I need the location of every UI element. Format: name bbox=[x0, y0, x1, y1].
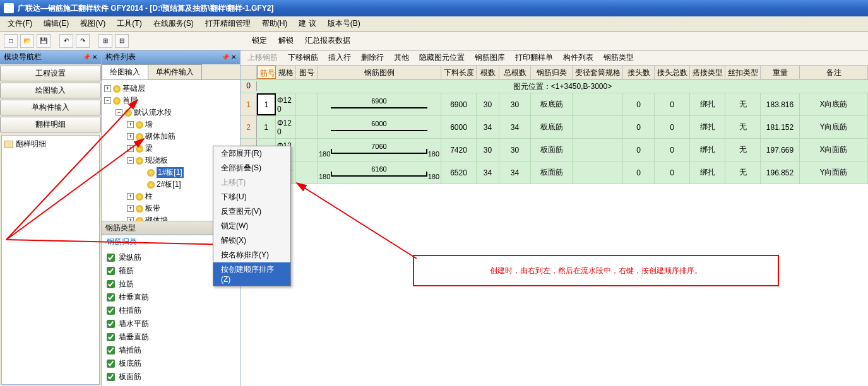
context-menu-item[interactable]: 解锁(X) bbox=[213, 233, 290, 248]
check-item[interactable]: 柱插筋 bbox=[107, 304, 235, 317]
menu-item[interactable]: 帮助(H) bbox=[257, 17, 293, 30]
tool-a-icon[interactable]: ⊞ bbox=[98, 34, 112, 48]
cell[interactable]: 无 bbox=[725, 116, 761, 138]
check-item[interactable]: 柱垂直筋 bbox=[107, 291, 235, 304]
cell[interactable]: 绑扎 bbox=[690, 116, 725, 138]
expand-icon[interactable]: + bbox=[127, 205, 134, 212]
cell[interactable]: 无 bbox=[725, 93, 761, 115]
context-menu-item[interactable]: 下移(U) bbox=[213, 190, 290, 204]
cell[interactable]: 0 bbox=[623, 93, 655, 115]
action-button[interactable]: 钢筋类型 bbox=[599, 50, 638, 65]
expand-icon[interactable]: + bbox=[127, 193, 134, 200]
column-header[interactable]: 筋号 bbox=[257, 66, 276, 79]
cell[interactable]: 无 bbox=[725, 139, 761, 161]
tab-single-input[interactable]: 单构件输入 bbox=[148, 64, 202, 79]
cell[interactable]: X向底筋 bbox=[800, 93, 868, 115]
checkbox[interactable] bbox=[107, 254, 115, 262]
cell[interactable]: 1 bbox=[257, 93, 276, 115]
cell[interactable]: 6900 bbox=[318, 93, 441, 115]
table-row[interactable]: 21Φ12 0600060003434板底筋00绑扎无181.152Y向底筋 bbox=[241, 116, 868, 139]
column-header[interactable] bbox=[241, 66, 257, 79]
cell[interactable]: 7060180180 bbox=[318, 139, 441, 161]
cell[interactable]: 197.669 bbox=[761, 139, 800, 161]
grid-body[interactable]: 0 图元位置：<1+3450,B-3000> 11Φ12 06900690030… bbox=[241, 79, 868, 386]
cell[interactable]: 196.852 bbox=[761, 161, 800, 184]
table-row[interactable]: 11Φ12 0690069003030板底筋00绑扎无183.816X向底筋 bbox=[241, 93, 868, 116]
context-menu-item[interactable]: 按创建顺序排序(Z) bbox=[213, 262, 290, 286]
tool-b-icon[interactable]: ⊟ bbox=[115, 34, 129, 48]
expand-icon[interactable]: + bbox=[127, 145, 134, 152]
cell[interactable]: Φ12 0 bbox=[276, 116, 296, 138]
collapse-icon[interactable]: − bbox=[127, 157, 134, 164]
checkbox[interactable] bbox=[107, 346, 115, 354]
context-menu-item[interactable]: 反查图元(V) bbox=[213, 204, 290, 219]
expand-icon[interactable]: + bbox=[127, 121, 134, 128]
collapse-icon[interactable]: − bbox=[116, 109, 122, 116]
cell[interactable] bbox=[296, 139, 318, 161]
action-button[interactable]: 打印翻样单 bbox=[511, 50, 557, 65]
cell[interactable] bbox=[296, 116, 318, 138]
menu-item[interactable]: 工具(T) bbox=[112, 17, 146, 30]
menu-item[interactable]: 视图(V) bbox=[75, 17, 110, 30]
cell[interactable]: 34 bbox=[499, 161, 531, 184]
tool-save-icon[interactable]: 💾 bbox=[37, 34, 51, 48]
toolbar-lock[interactable]: 锁定 bbox=[247, 33, 271, 48]
context-menu-item[interactable]: 按名称排序(Y) bbox=[213, 248, 290, 262]
checkbox[interactable] bbox=[107, 280, 115, 288]
checkbox[interactable] bbox=[107, 360, 115, 368]
cell[interactable]: 绑扎 bbox=[690, 139, 725, 161]
cell[interactable]: 183.816 bbox=[761, 93, 800, 115]
cell[interactable]: 1 bbox=[257, 116, 276, 138]
tool-new-icon[interactable]: □ bbox=[4, 34, 18, 48]
action-button[interactable]: 隐藏图元位置 bbox=[415, 50, 469, 65]
cell[interactable]: 0 bbox=[655, 116, 690, 138]
cell[interactable]: 34 bbox=[477, 161, 499, 184]
action-button[interactable]: 插入行 bbox=[324, 50, 355, 65]
check-item[interactable]: 墙垂直筋 bbox=[107, 330, 235, 344]
cell[interactable]: X向面筋 bbox=[800, 139, 868, 161]
cell[interactable]: 板面筋 bbox=[531, 139, 573, 161]
cell[interactable]: 0 bbox=[655, 161, 690, 184]
nav-button[interactable]: 单构件输入 bbox=[0, 100, 101, 115]
checkbox[interactable] bbox=[107, 320, 115, 328]
checkbox[interactable] bbox=[107, 333, 115, 341]
cell[interactable]: 0 bbox=[655, 139, 690, 161]
column-header[interactable]: 备注 bbox=[800, 66, 868, 79]
cell[interactable] bbox=[296, 161, 318, 184]
cell[interactable]: 30 bbox=[499, 93, 531, 115]
column-header[interactable]: 根数 bbox=[477, 66, 499, 79]
cell[interactable]: 0 bbox=[623, 116, 655, 138]
cell[interactable]: 7420 bbox=[441, 139, 477, 161]
context-menu[interactable]: 全部展开(R)全部折叠(S)上移(T)下移(U)反查图元(V)锁定(W)解锁(X… bbox=[213, 146, 291, 286]
cell[interactable]: 34 bbox=[477, 116, 499, 138]
action-button[interactable]: 删除行 bbox=[357, 50, 388, 65]
expand-icon[interactable]: + bbox=[127, 133, 134, 140]
cell[interactable]: 板面筋 bbox=[531, 161, 573, 184]
cell[interactable]: Y向底筋 bbox=[800, 116, 868, 138]
expand-icon[interactable]: + bbox=[104, 85, 111, 92]
tool-redo-icon[interactable]: ↷ bbox=[76, 34, 90, 48]
checkbox[interactable] bbox=[107, 293, 115, 301]
toolbar-unlock[interactable]: 解锁 bbox=[274, 33, 298, 48]
expand-icon[interactable]: + bbox=[127, 217, 134, 221]
cell[interactable]: 无 bbox=[725, 161, 761, 184]
column-header[interactable]: 接头总数 bbox=[655, 66, 690, 79]
tree-item-fanyang[interactable]: 翻样明细 bbox=[4, 138, 97, 150]
cell[interactable]: 181.152 bbox=[761, 116, 800, 138]
column-header[interactable]: 下料长度 bbox=[441, 66, 477, 79]
table-row[interactable]: 41Φ12 0616018018065203434板面筋00绑扎无196.852… bbox=[241, 161, 868, 184]
cell[interactable]: 30 bbox=[499, 139, 531, 161]
cell[interactable]: Φ12 0 bbox=[276, 93, 296, 115]
menu-item[interactable]: 编辑(E) bbox=[39, 17, 74, 30]
cell[interactable]: 0 bbox=[623, 139, 655, 161]
cell[interactable]: 绑扎 bbox=[690, 93, 725, 115]
column-header[interactable]: 总根数 bbox=[499, 66, 531, 79]
toolbar-summary[interactable]: 汇总报表数据 bbox=[300, 33, 355, 48]
context-menu-item[interactable]: 全部展开(R) bbox=[213, 146, 290, 161]
pin-icon[interactable]: 📌 ✕ bbox=[222, 54, 236, 61]
checkbox[interactable] bbox=[107, 307, 115, 315]
action-button[interactable]: 上移钢筋 bbox=[243, 50, 282, 65]
cell[interactable]: 6000 bbox=[318, 116, 441, 138]
column-header[interactable]: 搭接类型 bbox=[690, 66, 725, 79]
menu-item[interactable]: 在线服务(S) bbox=[148, 17, 199, 30]
